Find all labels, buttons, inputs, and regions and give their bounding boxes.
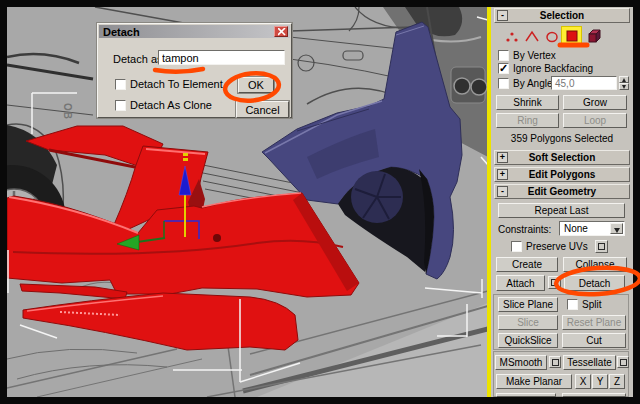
spinner-up-icon[interactable]	[619, 76, 629, 83]
clipped-button[interactable]	[496, 393, 556, 397]
axis-x-button[interactable]: X	[575, 374, 591, 389]
rollout-selection[interactable]: - Selection	[494, 8, 630, 23]
by-angle-input[interactable]: 45,0	[551, 76, 617, 90]
edge-icon[interactable]	[524, 29, 540, 45]
expand-icon[interactable]: +	[497, 152, 508, 163]
chevron-down-icon[interactable]	[610, 223, 623, 234]
collapse-icon[interactable]: -	[497, 186, 508, 197]
tessellate-settings-button[interactable]	[617, 356, 629, 368]
dialog-titlebar[interactable]: Detach	[99, 25, 290, 38]
rollout-soft-selection-title: Soft Selection	[529, 152, 596, 163]
loop-button: Loop	[563, 113, 627, 128]
preserve-uvs-checkbox-box[interactable]	[511, 241, 522, 252]
preserve-uvs-settings-button[interactable]	[595, 240, 608, 253]
command-panel: - Selection By Vertex Ignore Backfacing …	[491, 7, 633, 397]
split-checkbox-box[interactable]	[567, 299, 578, 310]
detach-as-clone-label: Detach As Clone	[130, 99, 212, 111]
collapse-button[interactable]: Collapse	[563, 257, 627, 272]
msmooth-settings-button[interactable]	[549, 356, 561, 368]
by-angle-spinner[interactable]	[619, 76, 629, 90]
expand-icon[interactable]: +	[497, 169, 508, 180]
cancel-button[interactable]: Cancel	[236, 101, 289, 118]
viewport-watermark: OB	[62, 103, 73, 120]
close-icon[interactable]	[274, 26, 288, 37]
by-vertex-checkbox-box[interactable]	[498, 50, 509, 61]
ignore-backfacing-checkbox-box[interactable]	[498, 63, 509, 74]
cut-button[interactable]: Cut	[562, 333, 626, 348]
clipped-button[interactable]	[562, 393, 626, 397]
checkbox-by-angle[interactable]: By Angle:	[498, 78, 555, 89]
quickslice-button[interactable]: QuickSlice	[498, 333, 558, 348]
rollout-selection-title: Selection	[540, 10, 584, 21]
axis-y-button[interactable]: Y	[592, 374, 608, 389]
spinner-down-icon[interactable]	[619, 83, 629, 90]
msmooth-button[interactable]: MSmooth	[495, 355, 547, 370]
border-icon[interactable]	[544, 29, 560, 45]
by-vertex-label: By Vertex	[513, 50, 556, 61]
ignore-backfacing-label: Ignore Backfacing	[513, 63, 593, 74]
detach-to-element-label: Detach To Element	[130, 78, 223, 90]
make-planar-button[interactable]: Make Planar	[496, 374, 572, 389]
checkbox-detach-as-clone[interactable]: Detach As Clone	[115, 99, 212, 111]
repeat-last-button[interactable]: Repeat Last	[498, 203, 625, 218]
rollout-edit-polygons-title: Edit Polygons	[529, 169, 596, 180]
axis-z-button[interactable]: Z	[609, 374, 625, 389]
constraints-label: Constraints:	[498, 224, 551, 235]
application-window: { "dialog": { "title": "Detach", "field_…	[0, 0, 640, 404]
tessellate-button[interactable]: Tessellate	[563, 355, 616, 370]
detach-name-input[interactable]	[158, 50, 285, 65]
element-icon[interactable]	[586, 28, 602, 44]
rollout-soft-selection[interactable]: + Soft Selection	[494, 150, 630, 165]
vertex-icon[interactable]	[504, 29, 520, 45]
by-angle-checkbox-box[interactable]	[498, 78, 509, 89]
collapse-icon[interactable]: -	[497, 10, 508, 21]
ok-button[interactable]: OK	[238, 77, 274, 93]
shrink-button[interactable]: Shrink	[496, 95, 559, 110]
slice-button: Slice	[498, 315, 558, 330]
ring-button: Ring	[496, 113, 559, 128]
constraints-value: None	[564, 223, 588, 234]
rollout-edit-polygons[interactable]: + Edit Polygons	[494, 167, 630, 182]
detach-as-clone-checkbox-box[interactable]	[115, 100, 126, 111]
detach-button[interactable]: Detach	[564, 275, 625, 291]
rollout-edit-geometry[interactable]: - Edit Geometry	[494, 184, 630, 199]
preserve-uvs-label: Preserve UVs	[526, 241, 588, 252]
polygon-icon[interactable]	[564, 28, 580, 44]
dialog-title: Detach	[99, 26, 140, 38]
checkbox-detach-to-element[interactable]: Detach To Element	[115, 78, 223, 90]
reset-plane-button: Reset Plane	[562, 315, 626, 330]
checkbox-ignore-backfacing[interactable]: Ignore Backfacing	[498, 63, 593, 74]
detach-to-element-checkbox-box[interactable]	[115, 79, 126, 90]
attach-button[interactable]: Attach	[496, 275, 545, 291]
split-label: Split	[582, 299, 601, 310]
by-angle-label: By Angle:	[513, 78, 555, 89]
checkbox-by-vertex[interactable]: By Vertex	[498, 50, 556, 61]
checkbox-split[interactable]: Split	[567, 299, 601, 310]
detach-dialog: Detach Detach as: Detach To Element Deta…	[97, 23, 292, 118]
attach-settings-button[interactable]	[548, 276, 561, 289]
selection-status: 359 Polygons Selected	[491, 133, 633, 144]
rollout-edit-geometry-title: Edit Geometry	[528, 186, 596, 197]
slice-plane-button[interactable]: Slice Plane	[498, 297, 558, 312]
checkbox-preserve-uvs[interactable]: Preserve UVs	[511, 241, 588, 252]
constraints-dropdown[interactable]: None	[559, 221, 625, 236]
grow-button[interactable]: Grow	[563, 95, 627, 110]
create-button[interactable]: Create	[496, 257, 558, 272]
